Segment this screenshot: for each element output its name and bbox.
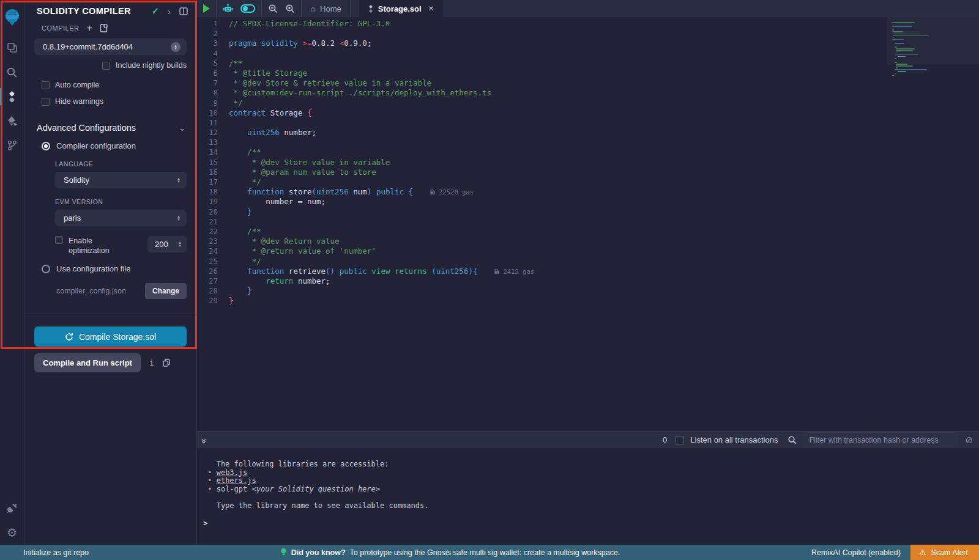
line-number: 20 (197, 207, 229, 217)
deploy-run-icon[interactable] (0, 109, 24, 133)
code-line[interactable]: 27 return number; (197, 276, 887, 286)
code-line[interactable]: 24 * @return value of 'number' (197, 246, 887, 256)
minimap[interactable] (892, 22, 959, 77)
tab-home[interactable]: ⌂ Home (302, 0, 351, 17)
did-you-know-label: Did you know? (291, 548, 346, 557)
file-explorer-icon[interactable] (0, 35, 24, 60)
status-bar: Initialize as git repo Did you know? To … (0, 545, 979, 560)
line-number: 9 (197, 98, 229, 108)
terminal-prompt[interactable]: > (203, 519, 207, 528)
open-file-icon[interactable] (100, 24, 108, 32)
code-line[interactable]: 19 number = num; (197, 197, 887, 207)
code-line[interactable]: 9 */ (197, 98, 887, 108)
advanced-configurations-toggle[interactable]: Advanced Configurations ⌄ (24, 106, 196, 133)
panel-title: SOLIDITY COMPILER (37, 6, 151, 16)
hide-warnings-checkbox-row[interactable]: Hide warnings (24, 89, 196, 106)
code-line[interactable]: 25 */ (197, 257, 887, 267)
library-link[interactable]: ethers.js (217, 476, 256, 485)
code-line[interactable]: 3pragma solidity >=0.8.2 <0.9.0; (197, 39, 887, 48)
solidity-compiler-icon[interactable] (0, 84, 24, 109)
code-line[interactable]: 26 function retrieve() public view retur… (197, 267, 887, 276)
code-line[interactable]: 6 * @title Storage (197, 68, 887, 78)
close-tab-icon[interactable]: ✕ (428, 4, 434, 13)
zoom-in-icon[interactable] (285, 4, 295, 13)
copilot-toggle[interactable] (240, 4, 255, 13)
code-line[interactable]: 28 } (197, 286, 887, 296)
search-icon[interactable] (0, 60, 24, 84)
copilot-status[interactable]: RemixAI Copilot (enabled) (811, 548, 910, 557)
listen-transactions-checkbox[interactable] (676, 436, 684, 444)
copy-icon[interactable] (163, 359, 170, 367)
scam-alert-button[interactable]: ⚠ Scam Alert (910, 545, 979, 560)
chevron-right-icon[interactable]: › (168, 6, 171, 17)
line-number: 29 (197, 296, 229, 306)
code-editor[interactable]: 1// SPDX-License-Identifier: GPL-3.023pr… (197, 17, 979, 431)
nightly-builds-checkbox[interactable] (102, 62, 110, 70)
code-line[interactable]: 21 (197, 217, 887, 227)
tab-storage-sol[interactable]: Storage.sol ✕ (359, 0, 443, 17)
line-number: 18 (197, 187, 229, 197)
compile-and-run-button[interactable]: Compile and Run script (34, 353, 141, 372)
auto-compile-checkbox[interactable] (42, 81, 50, 89)
code-line[interactable]: 8 * @custom:dev-run-script ./scripts/dep… (197, 88, 887, 98)
code-line[interactable]: 29} (197, 296, 887, 306)
transaction-filter-input[interactable] (803, 433, 959, 447)
settings-gear-icon[interactable]: ⚙ (0, 520, 24, 545)
code-line[interactable]: 4 (197, 49, 887, 59)
library-link[interactable]: web3.js (217, 468, 248, 477)
code-line[interactable]: 12 uint256 number; (197, 128, 887, 138)
line-number: 8 (197, 88, 229, 98)
solidity-file-icon (368, 5, 374, 13)
code-line[interactable]: 23 * @dev Return value (197, 237, 887, 246)
language-select[interactable]: Solidity ▲▼ (55, 172, 187, 188)
code-line[interactable]: 15 * @dev Store value in variable (197, 158, 887, 168)
split-panel-icon[interactable] (179, 7, 188, 15)
optimization-runs-input[interactable]: 200 ▲▼ (147, 236, 187, 252)
solidity-compiler-panel: SOLIDITY COMPILER ✓ › COMPILER + (24, 0, 197, 545)
code-line[interactable]: 14 /** (197, 147, 887, 157)
plugin-manager-icon[interactable] (0, 496, 24, 520)
code-line[interactable]: 11 (197, 118, 887, 128)
compiler-version-select[interactable]: 0.8.19+commit.7dd6d404 ▲▼ (34, 39, 187, 55)
terminal-output[interactable]: The following libraries are accessible: … (197, 448, 979, 545)
code-line[interactable]: 13 (197, 138, 887, 147)
code-line[interactable]: 20 } (197, 207, 887, 217)
auto-compile-checkbox-row[interactable]: Auto compile (24, 70, 196, 89)
enable-optimization-checkbox[interactable] (55, 236, 63, 244)
compile-button[interactable]: Compile Storage.sol (34, 326, 187, 347)
evm-version-select[interactable]: paris ▲▼ (55, 210, 187, 226)
code-line[interactable]: 1// SPDX-License-Identifier: GPL-3.0 (197, 19, 887, 29)
code-line[interactable]: 16 * @param num value to store (197, 168, 887, 177)
use-config-file-radio[interactable] (42, 265, 50, 273)
config-file-name: compiler_config.json (56, 287, 145, 295)
run-script-play-button[interactable] (203, 4, 210, 13)
enable-optimization-checkbox-row[interactable]: Enable optimization (55, 236, 125, 256)
code-line[interactable]: 2 (197, 29, 887, 39)
compiler-configuration-radio-row[interactable]: Compiler configuration (24, 133, 196, 150)
code-line[interactable]: 18 function store(uint256 num) public {2… (197, 187, 887, 197)
terminal-collapse-icon[interactable]: » (199, 438, 209, 441)
version-stepper-icon: ▲▼ (171, 42, 181, 52)
git-init-button[interactable]: Initialize as git repo (0, 548, 89, 557)
terminal-line: • web3.js (203, 469, 979, 477)
change-config-button[interactable]: Change (145, 283, 187, 299)
git-icon[interactable] (0, 133, 24, 158)
compiler-configuration-radio[interactable] (42, 142, 50, 150)
code-line[interactable]: 22 /** (197, 227, 887, 237)
clear-console-icon[interactable]: ⊘ (965, 435, 973, 446)
hide-warnings-checkbox[interactable] (42, 98, 50, 106)
add-compiler-icon[interactable]: + (86, 25, 92, 31)
info-icon[interactable]: i (149, 358, 154, 367)
remix-logo[interactable] (0, 4, 24, 31)
refresh-icon (65, 333, 73, 341)
use-config-file-radio-row[interactable]: Use configuration file (24, 256, 196, 273)
code-line[interactable]: 5/** (197, 59, 887, 68)
code-line[interactable]: 10contract Storage { (197, 108, 887, 118)
code-line[interactable]: 17 */ (197, 177, 887, 187)
line-number: 24 (197, 246, 229, 256)
remixai-robot-icon[interactable] (223, 4, 233, 13)
line-number: 15 (197, 158, 229, 168)
zoom-out-icon[interactable] (268, 4, 278, 13)
code-line[interactable]: 7 * @dev Store & retrieve value in a var… (197, 78, 887, 88)
nightly-builds-checkbox-row[interactable]: Include nightly builds (24, 55, 196, 70)
